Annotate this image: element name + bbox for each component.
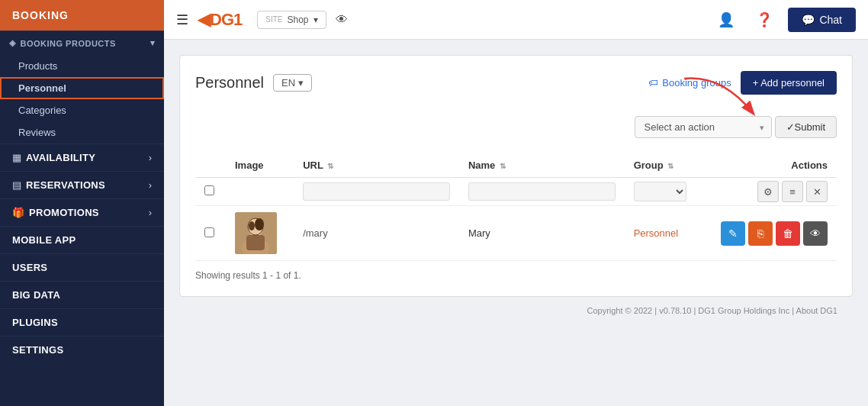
url-filter-input[interactable] — [303, 182, 450, 201]
chat-label: Chat — [819, 14, 842, 26]
language-selector[interactable]: EN ▾ — [273, 74, 312, 92]
row-actions: ✎ ⎘ 🗑 👁 — [705, 221, 828, 246]
col-url[interactable]: URL ⇅ — [294, 153, 459, 178]
submit-label: ✓Submit — [786, 121, 825, 133]
chevron-down-icon: ▾ — [298, 77, 304, 89]
tag-icon: 🏷 — [648, 77, 658, 89]
topbar: ☰ ◀DG1 SITE Shop ▾ 👁 👤 ❓ 💬 Chat — [164, 0, 868, 40]
hamburger-icon[interactable]: ☰ — [176, 11, 188, 28]
sidebar-item-big-data[interactable]: BIG DATA — [0, 281, 164, 308]
col-group[interactable]: Group ⇅ — [625, 153, 696, 178]
calendar-icon: ▦ — [12, 152, 21, 163]
personnel-header: Personnel EN ▾ 🏷 Booking groups + Add pe… — [195, 71, 837, 95]
tag-icon: ◈ — [9, 38, 16, 48]
chevron-right-icon: › — [149, 152, 152, 163]
sidebar-booking-products[interactable]: ◈ BOOKING PRODUCTS ▾ — [0, 31, 164, 55]
chevron-right-icon: › — [149, 179, 152, 191]
booking-label: BOOKING — [12, 9, 69, 21]
promotions-label: PROMOTIONS — [29, 207, 99, 218]
results-text: Showing results 1 - 1 of 1. — [195, 270, 837, 281]
booking-products-label: BOOKING PRODUCTS — [21, 39, 116, 48]
add-personnel-label: + Add personnel — [753, 77, 825, 89]
filter-row: ⚙ ≡ ✕ — [195, 178, 837, 206]
delete-button[interactable]: 🗑 — [776, 221, 800, 246]
site-label: SITE — [265, 15, 282, 24]
filter-connect-btn[interactable]: ⚙ — [757, 181, 779, 202]
header-actions: 🏷 Booking groups + Add personnel — [648, 71, 837, 95]
filter-clear-btn[interactable]: ✕ — [806, 181, 828, 202]
sidebar-item-promotions[interactable]: 🎁 PROMOTIONS › — [0, 198, 164, 226]
name-filter-input[interactable] — [468, 182, 616, 201]
sidebar-booking-header[interactable]: BOOKING — [0, 0, 164, 31]
row-name: Mary — [468, 227, 490, 239]
action-bar: Select an action ▾ ✓Submit — [195, 110, 837, 144]
add-personnel-button[interactable]: + Add personnel — [741, 71, 837, 95]
sidebar-item-availability[interactable]: ▦ AVAILABILITY › — [0, 143, 164, 171]
eye-icon[interactable]: 👁 — [336, 13, 348, 27]
submit-button[interactable]: ✓Submit — [775, 116, 837, 138]
col-name[interactable]: Name ⇅ — [459, 153, 625, 178]
sidebar-item-plugins[interactable]: PLUGINS — [0, 308, 164, 336]
select-all-checkbox[interactable] — [204, 185, 214, 195]
personnel-label: Personnel — [18, 82, 66, 94]
big-data-label: BIG DATA — [12, 289, 60, 301]
availability-label: AVAILABILITY — [26, 152, 95, 163]
chevron-right-icon: › — [149, 207, 152, 218]
sidebar-item-products[interactable]: Products — [0, 55, 164, 77]
filter-settings-btn[interactable]: ≡ — [782, 181, 803, 202]
chat-button[interactable]: 💬 Chat — [788, 8, 856, 32]
chevron-down-icon: ▾ — [150, 38, 156, 48]
settings-label: SETTINGS — [12, 344, 63, 356]
footer-text: Copyright © 2022 | v0.78.10 | DG1 Group … — [587, 306, 837, 315]
edit-button[interactable]: ✎ — [721, 221, 745, 246]
content-area: Personnel EN ▾ 🏷 Booking groups + Add pe… — [164, 40, 868, 406]
col-image: Image — [226, 153, 294, 178]
sidebar-item-settings[interactable]: SETTINGS — [0, 336, 164, 363]
footer: Copyright © 2022 | v0.78.10 | DG1 Group … — [179, 297, 853, 324]
copy-button[interactable]: ⎘ — [748, 221, 773, 246]
row-url: /mary — [303, 227, 328, 239]
row-checkbox[interactable] — [204, 227, 214, 237]
row-group: Personnel — [634, 227, 679, 239]
person-image — [235, 212, 277, 254]
view-button[interactable]: 👁 — [803, 221, 828, 246]
lang-label: EN — [281, 77, 295, 89]
user-icon[interactable]: 👤 — [712, 8, 741, 31]
content-card: Personnel EN ▾ 🏷 Booking groups + Add pe… — [179, 55, 853, 297]
gift-icon: 🎁 — [12, 207, 24, 218]
categories-label: Categories — [18, 105, 66, 116]
reservations-label: RESERVATIONS — [26, 179, 105, 191]
sidebar-item-categories[interactable]: Categories — [0, 99, 164, 121]
main-area: ☰ ◀DG1 SITE Shop ▾ 👁 👤 ❓ 💬 Chat Personne… — [164, 0, 868, 406]
booking-groups-label: Booking groups — [662, 77, 731, 89]
sidebar-item-reviews[interactable]: Reviews — [0, 121, 164, 143]
sidebar-item-personnel[interactable]: Personnel — [0, 77, 164, 99]
help-icon[interactable]: ❓ — [750, 8, 779, 31]
svg-point-5 — [249, 221, 255, 230]
sidebar-item-mobile-app[interactable]: MOBILE APP — [0, 226, 164, 253]
sidebar: BOOKING ◈ BOOKING PRODUCTS ▾ Products Pe… — [0, 0, 164, 406]
reviews-label: Reviews — [18, 127, 56, 138]
users-label: USERS — [12, 262, 47, 273]
sidebar-item-reservations[interactable]: ▤ RESERVATIONS › — [0, 171, 164, 198]
chevron-down-icon: ▾ — [313, 14, 318, 25]
booking-groups-button[interactable]: 🏷 Booking groups — [648, 77, 731, 89]
group-filter-select[interactable] — [634, 182, 686, 201]
logo: ◀DG1 — [198, 10, 242, 30]
site-name: Shop — [287, 14, 308, 25]
personnel-table: Image URL ⇅ Name ⇅ Group ⇅ Actions — [195, 153, 837, 261]
site-selector[interactable]: SITE Shop ▾ — [257, 11, 326, 29]
avatar — [235, 212, 277, 254]
mobile-app-label: MOBILE APP — [12, 234, 76, 246]
chat-icon: 💬 — [802, 14, 815, 26]
svg-rect-4 — [246, 235, 265, 250]
col-actions: Actions — [696, 153, 837, 178]
sidebar-item-users[interactable]: USERS — [0, 253, 164, 281]
page-title: Personnel — [195, 74, 264, 92]
products-label: Products — [18, 60, 57, 72]
action-select[interactable]: Select an action — [635, 116, 772, 138]
plugins-label: PLUGINS — [12, 317, 58, 328]
calendar2-icon: ▤ — [12, 179, 21, 191]
table-row: /mary Mary Personnel ✎ ⎘ 🗑 — [195, 206, 837, 261]
